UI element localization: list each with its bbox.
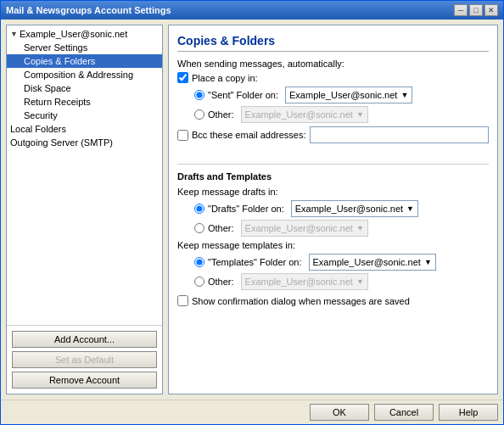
drafts-other-row: Other: Example_User@sonic.net ▼: [194, 220, 489, 237]
cancel-button[interactable]: Cancel: [374, 404, 434, 421]
window-title: Mail & Newsgroups Account Settings: [6, 5, 171, 15]
drafts-folder-radio[interactable]: [194, 204, 204, 214]
templates-folder-value: Example_User@sonic.net: [313, 257, 421, 267]
sidebar-item-outgoing-server[interactable]: Outgoing Server (SMTP): [7, 136, 162, 149]
sending-section: When sending messages, automatically: Pl…: [177, 59, 489, 147]
maximize-button[interactable]: □: [469, 4, 483, 16]
add-account-button[interactable]: Add Account...: [12, 331, 157, 348]
templates-radio-group: "Templates" Folder on: Example_User@soni…: [194, 254, 489, 290]
sidebar-item-return-receipts[interactable]: Return Receipts: [7, 95, 162, 109]
templates-other-radio[interactable]: [194, 277, 204, 287]
sidebar-item-label: Return Receipts: [24, 97, 91, 107]
drafts-other-radio[interactable]: [194, 223, 204, 233]
templates-other-dropdown: Example_User@sonic.net ▼: [241, 273, 368, 290]
sidebar-item-account-root[interactable]: ▼ Example_User@sonic.net: [7, 27, 162, 41]
drafts-folder-value: Example_User@sonic.net: [295, 204, 403, 214]
templates-folder-dropdown[interactable]: Example_User@sonic.net ▼: [309, 254, 436, 271]
templates-other-row: Other: Example_User@sonic.net ▼: [194, 273, 489, 290]
minimize-button[interactable]: ─: [454, 4, 468, 16]
sent-radio-group: "Sent" Folder on: Example_User@sonic.net…: [194, 87, 489, 123]
close-button[interactable]: ✕: [484, 4, 498, 16]
panel-title: Copies & Folders: [177, 34, 489, 52]
dropdown-arrow-icon: ▼: [424, 258, 432, 266]
sidebar-item-label: Local Folders: [10, 124, 66, 134]
templates-folder-label: "Templates" Folder on:: [208, 257, 302, 267]
drafts-radio-group: "Drafts" Folder on: Example_User@sonic.n…: [194, 200, 489, 237]
bcc-label: Bcc these email addresses:: [192, 130, 306, 140]
sidebar-item-label: Example_User@sonic.net: [20, 29, 127, 39]
templates-other-label: Other:: [208, 277, 234, 287]
show-confirm-row: Show confirmation dialog when messages a…: [177, 295, 489, 306]
bcc-input[interactable]: [310, 126, 489, 143]
keep-drafts-label: Keep message drafts in:: [177, 187, 489, 197]
sent-folder-radio[interactable]: [194, 90, 204, 100]
templates-folder-row: "Templates" Folder on: Example_User@soni…: [194, 254, 489, 271]
remove-account-button[interactable]: Remove Account: [12, 372, 157, 389]
place-copy-row: Place a copy in:: [177, 72, 489, 83]
right-panel: Copies & Folders When sending messages, …: [168, 25, 498, 394]
keep-templates-label: Keep message templates in:: [177, 240, 489, 250]
sidebar-item-copies-folders[interactable]: Copies & Folders: [7, 54, 162, 68]
sidebar-item-security[interactable]: Security: [7, 109, 162, 122]
dropdown-arrow-icon: ▼: [356, 277, 364, 286]
show-confirm-checkbox[interactable]: [177, 295, 188, 306]
sidebar-item-composition-addressing[interactable]: Composition & Addressing: [7, 68, 162, 81]
sent-folder-label: "Sent" Folder on:: [208, 90, 278, 100]
drafts-folder-dropdown[interactable]: Example_User@sonic.net ▼: [291, 200, 418, 217]
bcc-checkbox[interactable]: [177, 130, 188, 141]
sidebar-item-label: Composition & Addressing: [24, 70, 133, 80]
dropdown-arrow-icon: ▼: [406, 204, 414, 213]
sidebar-buttons: Add Account... Set as Default Remove Acc…: [7, 325, 162, 394]
sent-other-radio[interactable]: [194, 109, 204, 120]
dropdown-arrow-icon: ▼: [356, 110, 364, 119]
drafts-folder-row: "Drafts" Folder on: Example_User@sonic.n…: [194, 200, 489, 217]
sidebar: ▼ Example_User@sonic.net Server Settings…: [6, 25, 163, 394]
sent-folder-dropdown[interactable]: Example_User@sonic.net ▼: [285, 87, 412, 103]
ok-button[interactable]: OK: [310, 404, 369, 421]
sent-folder-value: Example_User@sonic.net: [289, 90, 397, 100]
templates-folder-radio[interactable]: [194, 257, 204, 267]
drafts-folder-label: "Drafts" Folder on:: [208, 204, 284, 214]
sidebar-item-label: Disk Space: [24, 83, 71, 93]
sidebar-item-label: Security: [24, 110, 58, 120]
window-controls: ─ □ ✕: [454, 4, 498, 16]
sent-folder-row: "Sent" Folder on: Example_User@sonic.net…: [194, 87, 489, 103]
show-confirm-label: Show confirmation dialog when messages a…: [192, 296, 410, 306]
account-tree: ▼ Example_User@sonic.net Server Settings…: [7, 25, 162, 325]
sidebar-item-label: Server Settings: [24, 42, 87, 53]
main-window: Mail & Newsgroups Account Settings ─ □ ✕…: [0, 0, 504, 425]
footer-buttons: OK Cancel Help: [1, 400, 503, 424]
window-body: ▼ Example_User@sonic.net Server Settings…: [1, 20, 503, 400]
set-default-button[interactable]: Set as Default: [12, 351, 157, 368]
sidebar-item-disk-space[interactable]: Disk Space: [7, 81, 162, 95]
templates-other-placeholder: Example_User@sonic.net: [245, 277, 353, 287]
help-button[interactable]: Help: [439, 404, 498, 421]
sent-other-label: Other:: [208, 109, 234, 120]
drafts-section-title: Drafts and Templates: [177, 171, 489, 182]
dropdown-arrow-icon: ▼: [356, 224, 364, 232]
sent-other-dropdown: Example_User@sonic.net ▼: [241, 106, 368, 123]
expand-icon: ▼: [10, 30, 18, 38]
sidebar-item-local-folders[interactable]: Local Folders: [7, 122, 162, 136]
place-copy-label: Place a copy in:: [192, 73, 258, 83]
bcc-row: Bcc these email addresses:: [177, 126, 489, 143]
sending-section-label: When sending messages, automatically:: [177, 59, 489, 69]
sidebar-item-server-settings[interactable]: Server Settings: [7, 41, 162, 54]
sent-other-row: Other: Example_User@sonic.net ▼: [194, 106, 489, 123]
sidebar-item-label: Outgoing Server (SMTP): [10, 137, 113, 148]
title-bar: Mail & Newsgroups Account Settings ─ □ ✕: [1, 1, 503, 20]
sidebar-item-label: Copies & Folders: [24, 56, 95, 66]
dropdown-arrow-icon: ▼: [400, 91, 408, 99]
drafts-other-dropdown: Example_User@sonic.net ▼: [241, 220, 368, 237]
sent-other-placeholder: Example_User@sonic.net: [245, 109, 353, 120]
drafts-other-label: Other:: [208, 223, 234, 233]
place-copy-checkbox[interactable]: [177, 72, 188, 83]
drafts-other-placeholder: Example_User@sonic.net: [245, 223, 353, 233]
drafts-section: Drafts and Templates Keep message drafts…: [177, 171, 489, 310]
divider: [177, 164, 489, 165]
